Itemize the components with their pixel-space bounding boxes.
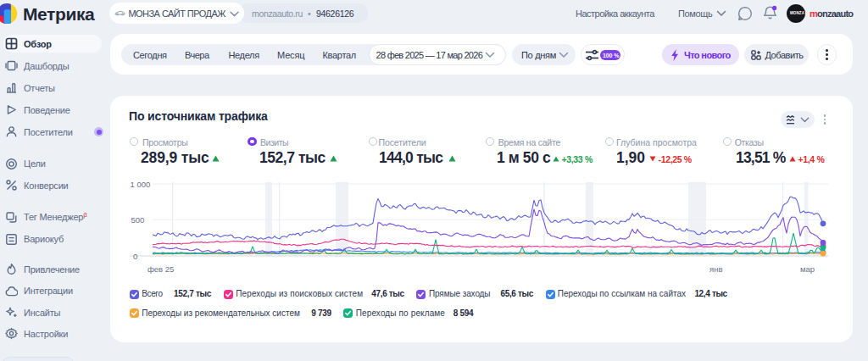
svg-text:0: 0	[133, 252, 137, 261]
svg-text:500: 500	[131, 215, 145, 225]
svg-text:янв: янв	[709, 264, 722, 274]
svg-text:мар: мар	[800, 264, 815, 274]
svg-text:фев 25: фев 25	[147, 264, 174, 274]
svg-text:1 000: 1 000	[131, 180, 151, 189]
